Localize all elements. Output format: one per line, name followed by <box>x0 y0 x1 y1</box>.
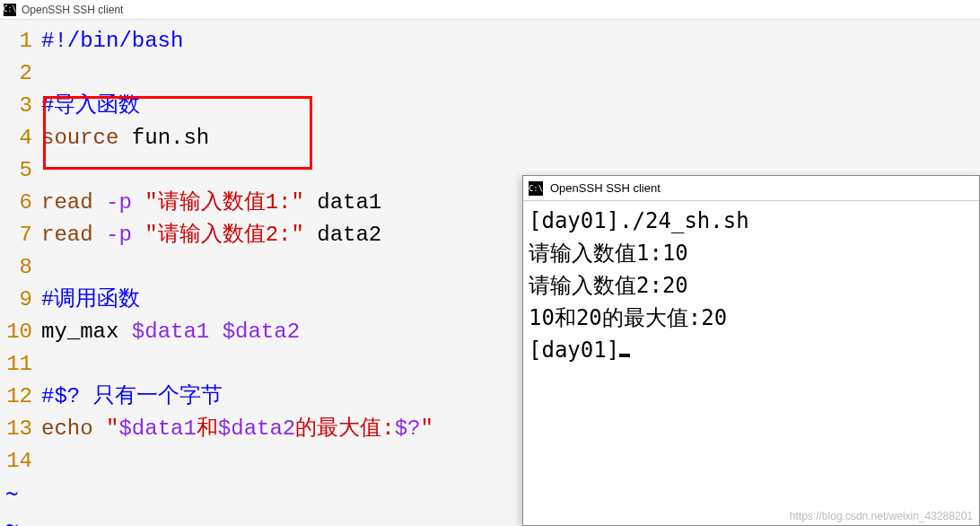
line-number: 10 <box>0 316 41 348</box>
code-token: 和 <box>197 416 218 441</box>
editor-title: OpenSSH SSH client <box>22 4 123 16</box>
line-number: 9 <box>0 284 41 316</box>
code-token: " <box>106 416 118 441</box>
line-number: 7 <box>0 219 41 251</box>
line-number: 4 <box>0 122 41 154</box>
code-line[interactable]: 2 <box>0 57 980 90</box>
code-token: -p <box>93 190 132 215</box>
code-token: $data1 $data2 <box>132 320 300 344</box>
code-token: my_max <box>41 320 132 344</box>
code-token <box>132 223 144 247</box>
terminal-title: OpenSSH SSH client <box>550 181 661 195</box>
code-token: -p <box>93 223 132 247</box>
terminal-content[interactable]: [day01]./24_sh.sh请输入数值1:10请输入数值2:2010和20… <box>523 201 979 370</box>
code-token: fun.sh <box>118 126 209 150</box>
line-number: 5 <box>0 154 41 187</box>
line-number: 14 <box>0 445 41 478</box>
terminal-line: 请输入数值2:20 <box>529 269 974 302</box>
code-token: $? <box>395 416 421 441</box>
line-number: 2 <box>0 57 41 90</box>
line-number: 13 <box>0 413 41 445</box>
code-token: " <box>420 416 433 441</box>
code-token: read <box>41 223 93 247</box>
code-line[interactable]: 4source fun.sh <box>0 122 980 154</box>
code-token: echo <box>41 416 93 441</box>
code-token: #$? 只有一个字节 <box>41 384 223 408</box>
editor-titlebar[interactable]: C:\ OpenSSH SSH client <box>0 0 980 20</box>
line-number: 8 <box>0 251 41 284</box>
code-token: source <box>41 126 118 150</box>
terminal-icon: C:\ <box>4 4 16 16</box>
code-token: "请输入数值1:" <box>144 190 304 215</box>
code-content[interactable] <box>41 57 980 90</box>
code-line[interactable]: 1#!/bin/bash <box>0 25 980 57</box>
code-token: data2 <box>304 223 381 247</box>
code-token: $data2 <box>218 416 295 441</box>
line-number: 6 <box>0 187 41 219</box>
code-content[interactable]: #导入函数 <box>41 90 980 122</box>
code-token: #导入函数 <box>41 93 140 118</box>
terminal-titlebar[interactable]: C:\ OpenSSH SSH client <box>523 176 979 201</box>
code-token: data1 <box>304 190 381 215</box>
line-number: 11 <box>0 348 41 381</box>
line-number: 12 <box>0 381 41 413</box>
line-number: 1 <box>0 25 41 57</box>
terminal-line: [day01] <box>529 334 974 366</box>
terminal-line: 10和20的最大值:20 <box>529 302 974 334</box>
code-token <box>93 416 106 441</box>
watermark: https://blog.csdn.net/weixin_43288201 <box>790 510 973 522</box>
code-token: "请输入数值2:" <box>144 223 304 247</box>
code-content[interactable]: source fun.sh <box>41 122 980 154</box>
code-token: $data1 <box>118 416 196 441</box>
code-line[interactable]: 3#导入函数 <box>0 90 980 122</box>
terminal-cursor <box>619 339 630 357</box>
code-token: read <box>41 190 93 215</box>
code-token: 的最大值: <box>295 416 394 441</box>
terminal-window: C:\ OpenSSH SSH client [day01]./24_sh.sh… <box>522 175 980 526</box>
code-content[interactable]: #!/bin/bash <box>41 25 980 57</box>
terminal-icon: C:\ <box>529 181 543 196</box>
terminal-line: [day01]./24_sh.sh <box>529 205 974 237</box>
code-token: #调用函数 <box>41 287 140 311</box>
terminal-line: 请输入数值1:10 <box>529 237 974 269</box>
code-token <box>132 190 144 215</box>
code-token: #!/bin/bash <box>41 29 183 53</box>
line-number: 3 <box>0 90 41 122</box>
